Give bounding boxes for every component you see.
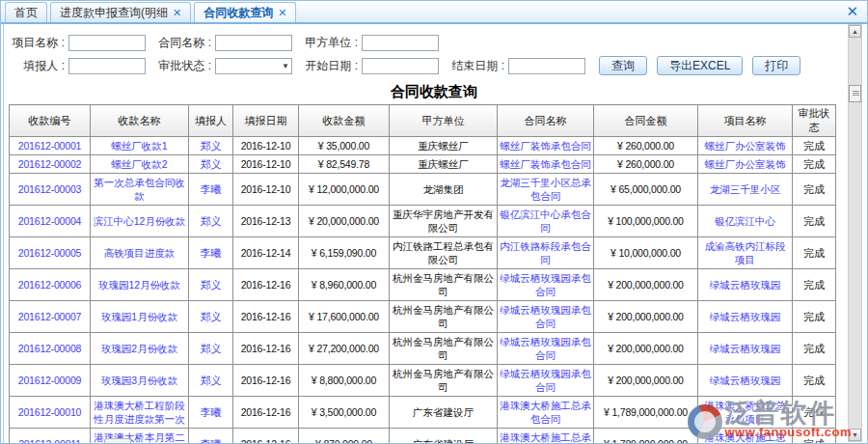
tab-bar: 首页进度款申报查询(明细✕合同收款查询✕✕ bbox=[1, 1, 867, 24]
search-button[interactable]: 查询 bbox=[599, 56, 647, 75]
approval-status-cell: 完成 bbox=[793, 206, 836, 237]
receipt-name-link[interactable]: 高铁项目进度款 bbox=[91, 237, 189, 269]
receipt-name-link[interactable]: 玫瑰园1月份收款 bbox=[91, 301, 189, 333]
reporter-link[interactable]: 郑义 bbox=[189, 269, 233, 301]
reporter-link[interactable]: 郑义 bbox=[189, 137, 233, 155]
tab-close-icon[interactable]: ✕ bbox=[173, 7, 181, 19]
tab-0[interactable]: 首页 bbox=[5, 2, 47, 22]
export-excel-button[interactable]: 导出EXCEL bbox=[657, 56, 743, 75]
report-date-cell: 2016-12-16 bbox=[233, 269, 299, 301]
receipt-name-link[interactable]: 玫瑰园3月份收款 bbox=[91, 365, 189, 397]
receipt-amount-cell: ¥ 82,549.78 bbox=[299, 155, 390, 174]
print-button[interactable]: 打印 bbox=[752, 56, 800, 75]
reporter-link[interactable]: 郑义 bbox=[189, 206, 233, 237]
receipt-no-link[interactable]: 201612-00006 bbox=[10, 269, 91, 301]
receipt-no-link[interactable]: 201612-00011 bbox=[10, 429, 91, 444]
tab-1[interactable]: 进度款申报查询(明细✕ bbox=[50, 2, 191, 22]
table-row: 201612-00001螺丝厂收款1郑义2016-12-10¥ 35,000.0… bbox=[10, 137, 836, 155]
project-name-link[interactable]: 绿城云栖玫瑰园 bbox=[698, 269, 793, 301]
party-a-cell: 重庆螺丝厂 bbox=[390, 137, 498, 155]
project-name-link[interactable]: 港珠澳大桥施工总承包项目 bbox=[698, 429, 793, 444]
project-name-link[interactable]: 港珠澳大桥施工总承包项目 bbox=[698, 397, 793, 429]
project-name-link[interactable]: 绿城云栖玫瑰园 bbox=[698, 333, 793, 365]
scroll-down-icon[interactable]: ▼ bbox=[849, 429, 861, 441]
receipt-no-link[interactable]: 201612-00007 bbox=[10, 301, 91, 333]
receipt-no-link[interactable]: 201612-00010 bbox=[10, 397, 91, 429]
scroll-up-icon[interactable]: ▲ bbox=[849, 25, 861, 38]
reporter-link[interactable]: 郑义 bbox=[189, 301, 233, 333]
reporter-link[interactable]: 郑义 bbox=[189, 365, 233, 397]
contract-name-link[interactable]: 港珠澳大桥施工总承包合同 bbox=[498, 429, 594, 444]
contract-name-link[interactable]: 港珠澳大桥施工总承包合同 bbox=[498, 397, 594, 429]
project-name-input[interactable] bbox=[68, 35, 146, 51]
receipt-no-link[interactable]: 201612-00004 bbox=[10, 206, 91, 237]
contract-name-link[interactable]: 绿城云栖玫瑰园承包合同 bbox=[498, 269, 594, 301]
receipt-name-link[interactable]: 螺丝厂收款1 bbox=[91, 137, 189, 155]
project-name-link[interactable]: 螺丝厂办公室装饰 bbox=[698, 137, 793, 155]
scrollbar-thumb[interactable] bbox=[849, 85, 861, 102]
project-name-link[interactable]: 龙湖三千里小区 bbox=[698, 174, 793, 206]
reporter-link[interactable]: 郑义 bbox=[189, 155, 233, 174]
receipt-no-link[interactable]: 201612-00009 bbox=[10, 365, 91, 397]
receipt-name-link[interactable]: 螺丝厂收款2 bbox=[91, 155, 189, 174]
reporter-link[interactable]: 李曦 bbox=[189, 174, 233, 206]
party-a-label: 甲方单位 : bbox=[302, 35, 358, 51]
party-a-input[interactable] bbox=[362, 35, 439, 51]
party-a-cell: 广东省建设厅 bbox=[390, 397, 498, 429]
reporter-link[interactable]: 李曦 bbox=[189, 397, 233, 429]
tab-close-icon[interactable]: ✕ bbox=[278, 7, 286, 19]
receipt-amount-cell: ¥ 870,000.00 bbox=[299, 429, 390, 444]
project-name-link[interactable]: 绿城云栖玫瑰园 bbox=[698, 301, 793, 333]
receipt-no-link[interactable]: 201612-00001 bbox=[10, 137, 91, 155]
contract-name-input[interactable] bbox=[215, 35, 292, 51]
receipt-name-link[interactable]: 第一次总承包合同收款 bbox=[91, 174, 189, 206]
start-date-input[interactable] bbox=[362, 58, 439, 74]
contract-name-link[interactable]: 螺丝厂装饰承包合同 bbox=[498, 155, 594, 174]
approval-status-select[interactable]: ▼ bbox=[215, 58, 292, 74]
receipt-name-link[interactable]: 滨江中心12月份收款 bbox=[91, 206, 189, 237]
contract-name-link[interactable]: 螺丝厂装饰承包合同 bbox=[498, 137, 594, 155]
receipt-amount-cell: ¥ 12,000,000.00 bbox=[299, 174, 390, 206]
party-a-cell: 内江铁路工程总承包有限公司 bbox=[390, 237, 498, 269]
approval-status-cell: 完成 bbox=[793, 174, 836, 206]
reporter-link[interactable]: 李曦 bbox=[189, 237, 233, 269]
project-name-link[interactable]: 成渝高铁内江标段项目 bbox=[698, 237, 793, 269]
contract-name-link[interactable]: 绿城云栖玫瑰园承包合同 bbox=[498, 301, 594, 333]
receipt-no-link[interactable]: 201612-00005 bbox=[10, 237, 91, 269]
table-header: 收款编号收款名称填报人填报日期收款金额甲方单位合同名称合同金额项目名称审批状态 bbox=[10, 105, 836, 137]
project-name-link[interactable]: 银亿滨江中心 bbox=[698, 206, 793, 237]
approval-status-label: 审批状态 : bbox=[155, 58, 211, 74]
receipt-no-link[interactable]: 201612-00002 bbox=[10, 155, 91, 174]
contract-amount-cell: ¥ 200,000,000.00 bbox=[594, 269, 698, 301]
close-icon[interactable]: ✕ bbox=[846, 4, 858, 19]
project-name-link[interactable]: 绿城云栖玫瑰园 bbox=[698, 365, 793, 397]
receipt-name-link[interactable]: 玫瑰园12月份收款 bbox=[91, 269, 189, 301]
reporter-link[interactable]: 郑义 bbox=[189, 333, 233, 365]
contract-name-link[interactable]: 绿城云栖玫瑰园承包合同 bbox=[498, 365, 594, 397]
end-date-input[interactable] bbox=[508, 58, 585, 74]
filter-panel: 项目名称 : 合同名称 : 甲方单位 : 填报人 : 审批状态 : ▼ 开始日期… bbox=[1, 24, 867, 82]
party-a-cell: 广东省建设厅 bbox=[390, 429, 498, 444]
vertical-scrollbar[interactable]: ▲ ▼ bbox=[848, 24, 862, 442]
receipt-name-link[interactable]: 港珠澳大桥工程阶段性月度进度款第一次 bbox=[91, 397, 189, 429]
receipt-amount-cell: ¥ 6,159,090.00 bbox=[299, 237, 390, 269]
receipt-no-link[interactable]: 201612-00008 bbox=[10, 333, 91, 365]
report-date-cell: 2016-12-10 bbox=[233, 137, 299, 155]
receipt-name-link[interactable]: 玫瑰园2月份收款 bbox=[91, 333, 189, 365]
party-a-cell: 杭州金马房地产有限公司 bbox=[390, 333, 498, 365]
receipt-amount-cell: ¥ 35,000.00 bbox=[299, 137, 390, 155]
contract-name-link[interactable]: 银亿滨江中心承包合同 bbox=[498, 206, 594, 237]
project-name-link[interactable]: 螺丝厂办公室装饰 bbox=[698, 155, 793, 174]
tab-2[interactable]: 合同收款查询✕ bbox=[194, 2, 296, 22]
table-row: 201612-00007玫瑰园1月份收款郑义2016-12-16¥ 17,600… bbox=[10, 301, 836, 333]
approval-status-cell: 完成 bbox=[793, 155, 836, 174]
end-date-label: 结束日期 : bbox=[448, 58, 504, 74]
receipt-no-link[interactable]: 201612-00003 bbox=[10, 174, 91, 206]
approval-status-cell: 完成 bbox=[793, 333, 836, 365]
contract-name-link[interactable]: 龙湖三千里小区总承包合同 bbox=[498, 174, 594, 206]
table-row: 201612-00010港珠澳大桥工程阶段性月度进度款第一次李曦2016-12-… bbox=[10, 397, 836, 429]
contract-name-link[interactable]: 内江铁路标段承包合同 bbox=[498, 237, 594, 269]
contract-name-link[interactable]: 绿城云栖玫瑰园承包合同 bbox=[498, 333, 594, 365]
reporter-input[interactable] bbox=[68, 58, 146, 74]
reporter-link[interactable]: 李曦 bbox=[189, 429, 233, 444]
